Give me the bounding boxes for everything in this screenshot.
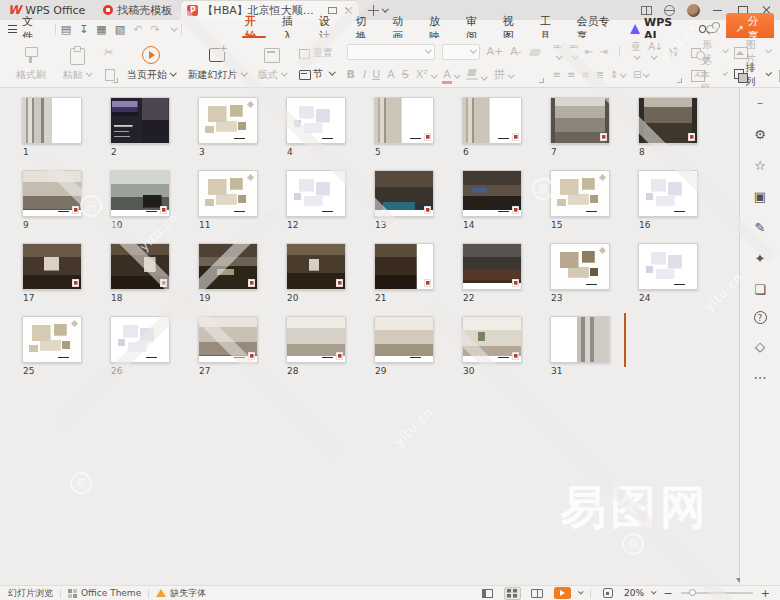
slide-thumbnail-12[interactable] (286, 170, 346, 217)
slide-thumbnail-22[interactable] (462, 243, 522, 290)
missing-font-warning[interactable]: 缺失字体 (156, 587, 206, 600)
superscript-button[interactable]: X² (416, 69, 436, 80)
bold-button[interactable]: B (347, 69, 355, 80)
slide-thumbnail-16[interactable] (638, 170, 698, 217)
text-direction-button[interactable]: 亚 (631, 42, 641, 62)
increase-indent-button[interactable]: ⇥ (599, 47, 606, 57)
slide-thumbnail-9[interactable] (22, 170, 82, 217)
slide-thumbnail-20[interactable] (286, 243, 346, 290)
font-name-select[interactable] (347, 44, 435, 60)
font-size-select[interactable] (442, 44, 480, 60)
highlight-button[interactable] (466, 65, 487, 84)
slide-thumbnail-28[interactable] (286, 316, 346, 363)
paste-button[interactable]: 粘贴 (57, 41, 97, 85)
split-view-icon[interactable] (641, 6, 652, 15)
search-icon[interactable] (699, 25, 706, 33)
clipboard-dialog-launcher[interactable] (113, 78, 118, 83)
new-slide-button[interactable]: 新建幻灯片 (188, 41, 247, 85)
zoom-in-button[interactable] (761, 587, 770, 600)
quickbar-dropdown-icon[interactable] (171, 24, 177, 30)
menu-tab-视图[interactable]: 视图 (503, 20, 522, 38)
slide-thumbnail-8[interactable] (638, 97, 698, 144)
bullets-button[interactable]: ≔ (553, 42, 562, 62)
menu-tab-动画[interactable]: 动画 (392, 20, 411, 38)
cloud-sync-icon[interactable] (706, 25, 718, 33)
zoom-dropdown-icon[interactable] (651, 589, 656, 594)
paragraph-dialog-launcher[interactable] (677, 78, 682, 83)
decrease-indent-button[interactable]: ⇤ (585, 47, 592, 57)
font-color-button[interactable]: A (443, 69, 459, 80)
export-icon[interactable]: ↧ (79, 23, 88, 36)
align-left-button[interactable]: ≡ (553, 70, 560, 80)
justify-button[interactable]: ≣ (596, 70, 603, 80)
slide-thumbnail-4[interactable] (286, 97, 346, 144)
more-icon[interactable]: ⋯ (751, 368, 769, 386)
distribute-button[interactable]: ⊟ (633, 70, 649, 80)
help-icon[interactable]: ? (754, 311, 767, 324)
doc-tab-template-store[interactable]: 找稿壳模板 (95, 0, 180, 20)
cut-button[interactable] (103, 45, 115, 61)
rotate-text-button[interactable]: A↓ (648, 42, 661, 62)
textbox-button[interactable]: 文本框 (691, 67, 728, 83)
slide-thumbnail-10[interactable] (110, 170, 170, 217)
play-from-current-button[interactable]: 当页开始 (127, 41, 176, 85)
section-button[interactable]: 节 (298, 66, 335, 82)
redo-icon[interactable]: ↷ (150, 23, 159, 36)
menu-tab-切换[interactable]: 切换 (355, 20, 374, 38)
slide-thumbnail-19[interactable] (198, 243, 258, 290)
theme-button[interactable]: Office Theme (68, 588, 141, 598)
normal-view-button[interactable] (479, 587, 496, 600)
slide-thumbnail-29[interactable] (374, 316, 434, 363)
undo-icon[interactable]: ↶ (133, 23, 142, 36)
print-preview-icon[interactable]: ▧ (115, 23, 125, 36)
slide-sorter-canvas[interactable]: 1234567891011121314151617181920212223242… (0, 88, 740, 585)
slide-thumbnail-13[interactable] (374, 170, 434, 217)
italic-button[interactable]: I (362, 69, 365, 80)
tools-icon[interactable]: ✦ (751, 249, 769, 267)
collapse-icon[interactable]: – (751, 94, 769, 112)
slide-thumbnail-11[interactable] (198, 170, 258, 217)
menu-tab-开始[interactable]: 开始 (245, 20, 264, 38)
picture-button[interactable]: 图片 (734, 44, 771, 60)
underline-button[interactable]: U (372, 69, 380, 80)
slide-thumbnail-30[interactable] (462, 316, 522, 363)
strikethrough-button[interactable]: S (402, 69, 409, 80)
slide-thumbnail-2[interactable] (110, 97, 170, 144)
layers-icon[interactable]: ▣ (751, 187, 769, 205)
menu-tab-工具[interactable]: 工具 (540, 20, 559, 38)
format-painter-button[interactable]: 格式刷 (11, 41, 51, 85)
slide-thumbnail-21[interactable] (374, 243, 434, 290)
slide-thumbnail-31[interactable] (550, 316, 610, 363)
design-icon[interactable]: ✎ (751, 218, 769, 236)
grow-font-button[interactable]: A+ (487, 46, 504, 57)
font-dialog-launcher[interactable] (539, 78, 544, 83)
slide-thumbnail-25[interactable] (22, 316, 82, 363)
menu-tab-审阅[interactable]: 审阅 (466, 20, 485, 38)
convert-button[interactable]: 转 (669, 47, 679, 57)
char-border-button[interactable]: A (387, 69, 395, 80)
numbering-button[interactable]: ≕ (569, 42, 578, 62)
menu-tab-插入[interactable]: 插入 (282, 20, 301, 38)
open-in-new-window-icon[interactable] (328, 7, 337, 14)
align-right-button[interactable]: ≡ (581, 70, 588, 80)
line-spacing-button[interactable]: ⇕ (610, 70, 626, 80)
slide-thumbnail-18[interactable] (110, 243, 170, 290)
slide-thumbnail-26[interactable] (110, 316, 170, 363)
save-icon[interactable]: ▤ (61, 23, 71, 36)
slideshow-dropdown-icon[interactable] (578, 589, 583, 594)
slide-thumbnail-15[interactable] (550, 170, 610, 217)
upgrade-icon[interactable]: ◇ (751, 337, 769, 355)
shrink-font-button[interactable]: A- (510, 46, 521, 57)
reading-view-button[interactable] (529, 587, 546, 600)
slide-thumbnail-17[interactable] (22, 243, 82, 290)
slide-thumbnail-5[interactable] (374, 97, 434, 144)
reference-icon[interactable]: ❏ (751, 280, 769, 298)
clear-format-icon[interactable] (529, 46, 541, 58)
menu-tab-设计[interactable]: 设计 (319, 20, 338, 38)
zoom-slider[interactable] (681, 592, 753, 594)
menu-tab-会员专享[interactable]: 会员专享 (576, 20, 614, 38)
zoom-out-button[interactable] (664, 587, 673, 600)
slide-thumbnail-1[interactable] (22, 97, 82, 144)
arrange-button[interactable]: 排列 (734, 67, 771, 83)
zoom-level[interactable]: 20% (624, 588, 644, 598)
